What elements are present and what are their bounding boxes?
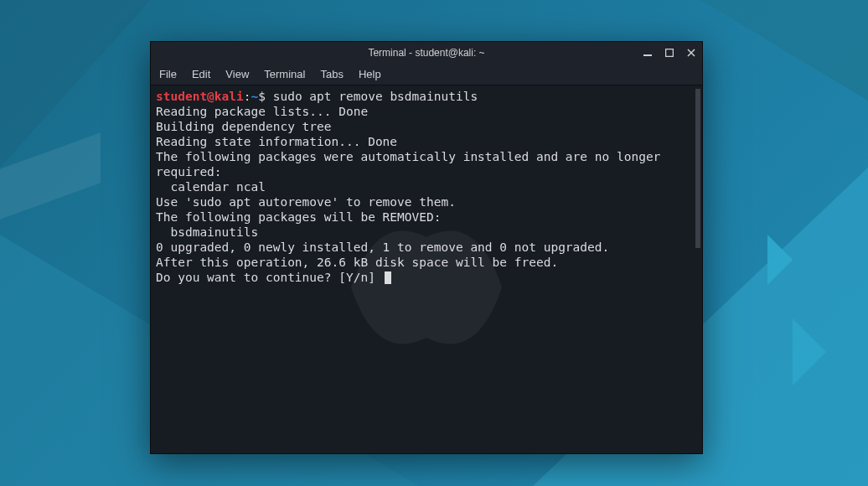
menu-file[interactable]: File (159, 68, 177, 80)
out-line: Building dependency tree (156, 120, 332, 133)
prompt-colon: : (244, 90, 251, 103)
menu-view[interactable]: View (225, 68, 249, 80)
maximize-button[interactable] (664, 47, 675, 59)
prompt-user: student (156, 90, 207, 103)
menubar: File Edit View Terminal Tabs Help (151, 64, 702, 85)
svg-rect-0 (643, 54, 652, 56)
minimize-button[interactable] (642, 47, 654, 59)
menu-terminal[interactable]: Terminal (264, 68, 305, 80)
scrollbar[interactable] (695, 89, 700, 248)
terminal-window: Terminal - student@kali: ~ File Edit Vie… (150, 41, 703, 454)
out-line: The following packages were automaticall… (156, 150, 668, 178)
out-line: The following packages will be REMOVED: (156, 210, 441, 224)
close-button[interactable] (685, 47, 697, 59)
minimize-icon (643, 49, 652, 57)
window-title: Terminal - student@kali: ~ (368, 47, 484, 59)
cursor-icon (385, 271, 391, 284)
prompt-path: ~ (251, 90, 259, 103)
out-line-prompt: Do you want to continue? [Y/n] (156, 271, 383, 284)
out-line: Use 'sudo apt autoremove' to remove them… (156, 195, 456, 209)
svg-rect-1 (666, 49, 674, 57)
close-icon (687, 49, 695, 57)
prompt-dollar: $ (258, 90, 266, 103)
out-line: After this operation, 26.6 kB disk space… (156, 256, 558, 269)
out-line: Reading package lists... Done (156, 105, 368, 118)
terminal-area[interactable]: student@kali:~$ sudo apt remove bsdmainu… (151, 85, 702, 453)
out-line: calendar ncal (156, 180, 266, 194)
terminal-output: student@kali:~$ sudo apt remove bsdmainu… (156, 89, 699, 285)
command-text: sudo apt remove bsdmainutils (273, 90, 478, 103)
prompt-host: kali (214, 90, 244, 103)
window-titlebar[interactable]: Terminal - student@kali: ~ (151, 42, 702, 64)
out-line: Reading state information... Done (156, 135, 397, 148)
menu-help[interactable]: Help (359, 68, 381, 80)
menu-edit[interactable]: Edit (192, 68, 210, 80)
prompt-at: @ (207, 90, 214, 103)
window-controls (642, 42, 697, 64)
out-line: bsdmainutils (156, 225, 258, 239)
menu-tabs[interactable]: Tabs (320, 68, 343, 80)
maximize-icon (665, 49, 674, 57)
out-line: 0 upgraded, 0 newly installed, 1 to remo… (156, 240, 609, 254)
